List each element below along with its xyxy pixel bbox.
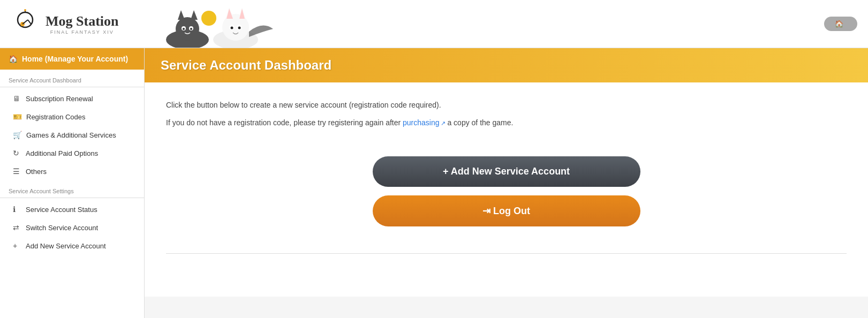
- svg-line-3: [28, 20, 31, 24]
- sidebar-item-others[interactable]: ☰ Others: [0, 162, 144, 180]
- svg-marker-9: [191, 10, 198, 20]
- home-button[interactable]: 🏠 Home (Manage Your Account): [0, 48, 144, 70]
- home-icon: 🏠: [9, 55, 18, 63]
- layout: 🏠 Home (Manage Your Account) Service Acc…: [0, 48, 868, 318]
- buttons-area: + Add New Service Account ⇥ Log Out: [373, 156, 640, 226]
- sidebar-item-games-services[interactable]: 🛒 Games & Additional Services: [0, 126, 144, 144]
- sidebar-item-service-account-status[interactable]: ℹ Service Account Status: [0, 200, 144, 218]
- paid-options-icon: ↻: [13, 149, 21, 157]
- main-content: Service Account Dashboard Click the butt…: [145, 48, 868, 318]
- svg-marker-20: [239, 9, 245, 19]
- logo-text: Mog Station: [46, 13, 119, 29]
- sidebar: 🏠 Home (Manage Your Account) Service Acc…: [0, 48, 145, 318]
- sidebar-section-settings-label: Service Account Settings: [0, 180, 144, 198]
- sidebar-item-registration-codes[interactable]: 🎫 Registration Codes: [0, 108, 144, 126]
- logo-icon: [11, 9, 40, 39]
- switch-icon: ⇄: [13, 223, 21, 232]
- home-icon: 🏠: [835, 20, 843, 28]
- sidebar-item-add-new-service-account[interactable]: + Add New Service Account: [0, 237, 144, 255]
- info-text-2: If you do not have a registration code, …: [166, 116, 847, 130]
- svg-point-24: [238, 27, 241, 29]
- svg-line-2: [22, 20, 28, 24]
- svg-marker-8: [178, 10, 185, 20]
- sidebar-item-subscription-renewal[interactable]: 🖥 Subscription Renewal: [0, 89, 144, 108]
- header-right: 🏠: [824, 17, 857, 31]
- info-text-1: Click the button below to create a new s…: [166, 99, 847, 112]
- sidebar-item-switch-service-account[interactable]: ⇄ Switch Service Account: [0, 218, 144, 237]
- registration-icon: 🎫: [13, 112, 22, 121]
- logo-subtitle: FINAL FANTASY XIV: [46, 29, 119, 35]
- header-mascot: [145, 5, 316, 48]
- svg-point-12: [183, 28, 185, 30]
- subscription-icon: 🖥: [13, 94, 21, 103]
- sidebar-item-additional-paid-options[interactable]: ↻ Additional Paid Options: [0, 144, 144, 162]
- user-button[interactable]: 🏠: [824, 17, 857, 31]
- games-icon: 🛒: [13, 131, 22, 139]
- svg-point-0: [18, 12, 33, 27]
- logo-area: Mog Station FINAL FANTASY XIV: [11, 9, 119, 39]
- external-link-icon: ↗: [441, 120, 446, 126]
- svg-point-14: [201, 11, 216, 26]
- content-divider: [166, 253, 847, 254]
- purchasing-link[interactable]: purchasing↗: [403, 118, 446, 127]
- svg-point-23: [231, 27, 233, 29]
- svg-point-13: [190, 28, 192, 30]
- others-icon: ☰: [13, 167, 21, 176]
- page-title: Service Account Dashboard: [161, 58, 852, 73]
- logout-button[interactable]: ⇥ Log Out: [373, 195, 640, 226]
- header: Mog Station FINAL FANTASY XIV: [0, 0, 868, 48]
- svg-point-5: [24, 9, 26, 11]
- add-icon: +: [13, 241, 21, 250]
- sidebar-section-dashboard-label: Service Account Dashboard: [0, 70, 144, 87]
- info-icon: ℹ: [13, 205, 21, 214]
- add-new-service-account-button[interactable]: + Add New Service Account: [373, 156, 640, 187]
- content-area: Click the button below to create a new s…: [145, 82, 868, 297]
- page-header-banner: Service Account Dashboard: [145, 48, 868, 82]
- svg-point-7: [176, 17, 199, 41]
- mascot-image: [145, 5, 316, 48]
